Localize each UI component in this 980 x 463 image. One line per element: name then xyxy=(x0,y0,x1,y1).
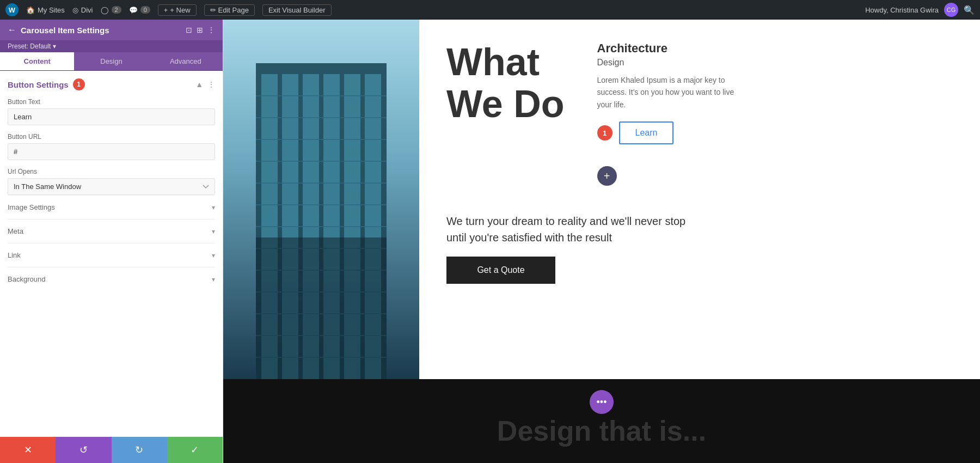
pencil-icon: ✏ xyxy=(210,6,216,14)
divi-icon: ◎ xyxy=(72,6,78,14)
preset-label: Preset: Default ▾ xyxy=(8,42,56,50)
new-button[interactable]: + + New xyxy=(158,4,197,16)
bottom-partial-text: Design that is... xyxy=(497,415,706,447)
card-title: Architecture xyxy=(597,41,761,56)
meta-chevron: ▾ xyxy=(212,228,215,235)
comments-menu[interactable]: ◯ 2 xyxy=(101,6,121,14)
my-sites-menu[interactable]: 🏠 My Sites xyxy=(26,6,65,14)
tab-content[interactable]: Content xyxy=(0,52,74,70)
dots-icon: ••• xyxy=(597,397,607,408)
undo-button[interactable]: ↺ xyxy=(56,437,111,463)
left-panel: ← Carousel Item Settings ⊡ ⊞ ⋮ Preset: D… xyxy=(0,20,223,463)
button-text-label: Button Text xyxy=(8,98,215,106)
tab-design[interactable]: Design xyxy=(74,52,148,70)
main-area: ← Carousel Item Settings ⊡ ⊞ ⋮ Preset: D… xyxy=(0,20,980,463)
building-svg xyxy=(223,20,419,379)
panel-content: Button Settings 1 ▲ ⋮ Button Text Button… xyxy=(0,71,223,437)
exit-visual-builder-button[interactable]: Exit Visual Builder xyxy=(262,4,332,16)
cancel-button[interactable]: ✕ xyxy=(0,437,56,463)
panel-actions: ✕ ↺ ↻ ✓ xyxy=(0,437,223,463)
avatar[interactable]: CG xyxy=(944,3,958,17)
background-title: Background xyxy=(8,275,45,283)
divi-menu[interactable]: ◎ Divi xyxy=(72,6,93,14)
section-icons: ▲ ⋮ xyxy=(195,80,215,89)
url-opens-label: Url Opens xyxy=(8,168,215,175)
redo-button[interactable]: ↻ xyxy=(112,437,167,463)
url-opens-field: Url Opens In The Same Window In A New Ta… xyxy=(8,168,215,195)
image-settings-chevron: ▾ xyxy=(212,204,215,211)
more-section-icon[interactable]: ⋮ xyxy=(207,80,215,89)
top-bar: W 🏠 My Sites ◎ Divi ◯ 2 💬 0 + + New ✏ Ed… xyxy=(0,0,980,20)
bubble-icon: ◯ xyxy=(101,6,109,14)
button-url-field: Button URL xyxy=(8,133,215,168)
dream-text: We turn your dream to reality and we'll … xyxy=(446,213,697,246)
more-options-icon[interactable]: ⋮ xyxy=(207,26,215,34)
collapse-icon[interactable]: ▲ xyxy=(195,80,203,89)
carousel-section: WhatWe Do Architecture Design Lorem Khal… xyxy=(223,20,980,379)
tab-advanced[interactable]: Advanced xyxy=(149,52,223,70)
background-chevron: ▾ xyxy=(212,276,215,283)
learn-badge: 1 xyxy=(597,125,612,141)
what-we-do-text: WhatWe Do xyxy=(446,41,565,202)
button-url-input[interactable] xyxy=(8,143,215,160)
wordpress-icon[interactable]: W xyxy=(5,3,19,16)
meta-title: Meta xyxy=(8,227,23,235)
learn-button[interactable]: Learn xyxy=(619,121,674,144)
url-opens-select[interactable]: In The Same Window In A New Tab xyxy=(8,178,215,195)
redo-icon: ↻ xyxy=(135,444,143,456)
canvas-area: WhatWe Do Architecture Design Lorem Khal… xyxy=(223,20,980,463)
undo-icon: ↺ xyxy=(79,444,88,456)
save-icon: ✓ xyxy=(191,444,199,456)
user-greeting: Howdy, Christina Gwira xyxy=(865,6,939,14)
resize-icon[interactable]: ⊡ xyxy=(186,26,192,34)
plus-add-icon: + xyxy=(604,170,610,182)
background-header[interactable]: Background ▾ xyxy=(8,275,215,283)
panel-title-row: ← Carousel Item Settings xyxy=(8,25,109,35)
get-quote-button[interactable]: Get a Quote xyxy=(446,257,555,284)
link-chevron: ▾ xyxy=(212,252,215,259)
preset-row[interactable]: Preset: Default ▾ xyxy=(0,40,223,52)
button-text-field: Button Text xyxy=(8,98,215,133)
image-settings-title: Image Settings xyxy=(8,203,55,211)
button-settings-title: Button Settings 1 xyxy=(8,78,85,90)
button-settings-badge: 1 xyxy=(73,78,85,90)
top-bar-right: Howdy, Christina Gwira CG 🔍 xyxy=(865,3,975,17)
purple-dots-button[interactable]: ••• xyxy=(590,390,614,414)
carousel-image xyxy=(223,20,419,379)
button-url-label: Button URL xyxy=(8,133,215,141)
button-text-input[interactable] xyxy=(8,108,215,125)
right-content: WhatWe Do Architecture Design Lorem Khal… xyxy=(223,20,980,463)
comment-count-menu[interactable]: 💬 0 xyxy=(129,6,150,14)
link-section: Link ▾ xyxy=(8,243,215,267)
card-description: Lorem Khaled Ipsum is a major key to suc… xyxy=(597,74,739,111)
plus-icon: + xyxy=(164,6,168,14)
bottom-section: Design that is... ••• xyxy=(223,379,980,463)
svg-rect-21 xyxy=(256,237,387,379)
card-subtitle: Design xyxy=(597,58,761,68)
panel-title-text: Carousel Item Settings xyxy=(21,26,109,35)
card-area: Architecture Design Lorem Khaled Ipsum i… xyxy=(597,41,761,202)
edit-page-button[interactable]: ✏ Edit Page xyxy=(204,4,255,16)
comment-icon: 💬 xyxy=(129,6,138,14)
panel-header-icons: ⊡ ⊞ ⋮ xyxy=(186,26,215,34)
cta-area: We turn your dream to reality and we'll … xyxy=(446,213,953,284)
search-icon[interactable]: 🔍 xyxy=(964,5,975,15)
headline-text: WhatWe Do xyxy=(446,41,565,125)
add-item-button[interactable]: + xyxy=(597,166,617,186)
button-settings-section-header: Button Settings 1 ▲ ⋮ xyxy=(8,78,215,90)
save-button[interactable]: ✓ xyxy=(167,437,223,463)
link-title: Link xyxy=(8,251,21,259)
panel-tabs: Content Design Advanced xyxy=(0,52,223,71)
meta-header[interactable]: Meta ▾ xyxy=(8,227,215,235)
meta-section: Meta ▾ xyxy=(8,219,215,243)
link-header[interactable]: Link ▾ xyxy=(8,251,215,259)
back-button[interactable]: ← xyxy=(8,25,16,35)
house-icon: 🏠 xyxy=(26,6,35,14)
carousel-text-area: WhatWe Do Architecture Design Lorem Khal… xyxy=(419,20,980,379)
layout-icon[interactable]: ⊞ xyxy=(197,26,203,34)
top-bar-left: W 🏠 My Sites ◎ Divi ◯ 2 💬 0 + + New ✏ Ed… xyxy=(5,3,856,16)
card-content: Architecture Design Lorem Khaled Ipsum i… xyxy=(597,41,761,111)
learn-button-wrap: 1 Learn xyxy=(597,121,761,144)
image-settings-header[interactable]: Image Settings ▾ xyxy=(8,203,215,211)
cancel-icon: ✕ xyxy=(24,444,32,456)
